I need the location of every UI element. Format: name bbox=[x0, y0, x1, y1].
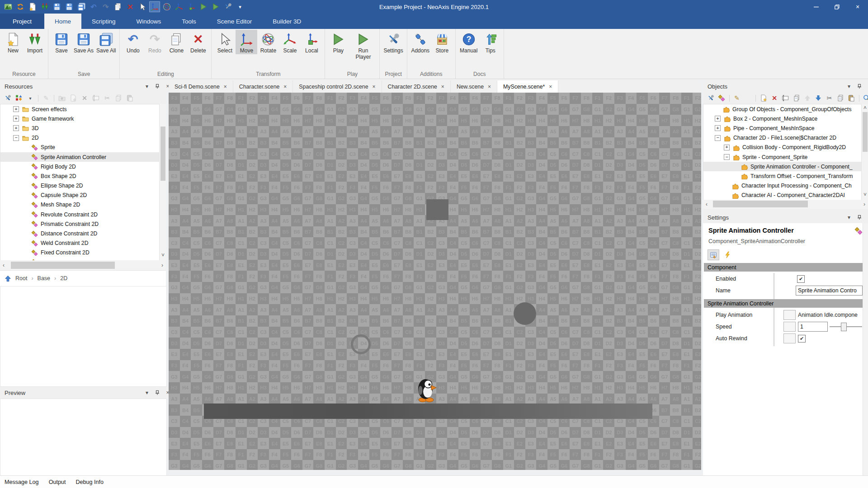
wrench-icon[interactable] bbox=[706, 94, 715, 103]
scroll-down-icon[interactable]: ˅ bbox=[160, 252, 166, 258]
scene-tab-myscene-scene-[interactable]: MyScene.scene*× bbox=[497, 80, 558, 93]
tree-row[interactable]: Revolute Constraint 2D bbox=[0, 210, 160, 219]
rotate-icon[interactable] bbox=[161, 1, 172, 12]
tab-close-icon[interactable]: × bbox=[224, 84, 227, 90]
menu-tab-home[interactable]: Home bbox=[44, 14, 81, 29]
tree-row[interactable]: Character Input Processing - Component_C… bbox=[703, 181, 862, 191]
neoaxis-logo[interactable] bbox=[3, 1, 14, 12]
resources-vscrollbar[interactable]: ˅ bbox=[159, 104, 166, 260]
settings-dropdown-icon[interactable]: ▾ bbox=[846, 215, 852, 220]
scale-icon[interactable] bbox=[174, 1, 184, 12]
tree-row[interactable]: Ellipse Shape 2D bbox=[0, 181, 160, 191]
scene-tab-character-scene[interactable]: Character.scene× bbox=[233, 80, 293, 93]
collapse-icon[interactable]: − bbox=[724, 154, 730, 160]
select-icon[interactable] bbox=[137, 1, 148, 12]
bottom-tab-message-log[interactable]: Message Log bbox=[5, 479, 39, 485]
tree-row[interactable]: Rigid Body 2D bbox=[0, 162, 160, 171]
scene-viewport[interactable] bbox=[169, 93, 701, 470]
shapes-icon[interactable] bbox=[14, 94, 24, 103]
copy-icon[interactable] bbox=[836, 94, 844, 103]
resources-hscrollbar[interactable]: ‹ › bbox=[0, 260, 166, 270]
settings-button[interactable]: Settings bbox=[382, 30, 404, 54]
local-icon[interactable] bbox=[186, 1, 197, 12]
menu-tab-scene-editor[interactable]: Scene Editor bbox=[207, 14, 262, 29]
breadcrumb-item-2d[interactable]: 2D bbox=[60, 275, 67, 282]
speed-slider-thumb[interactable] bbox=[841, 323, 847, 331]
enabled-checkbox[interactable]: ✔ bbox=[797, 275, 805, 283]
scroll-down-icon[interactable]: ˅ bbox=[862, 192, 868, 198]
tree-row[interactable]: Box Shape 2D bbox=[0, 171, 160, 181]
save-button[interactable]: Save bbox=[51, 30, 72, 54]
duplicate-icon[interactable] bbox=[792, 94, 801, 103]
auto-rewind-default-button[interactable] bbox=[783, 333, 796, 343]
minimize-button[interactable] bbox=[806, 0, 826, 14]
edit-icon[interactable]: ✎ bbox=[733, 94, 741, 103]
save-as-button[interactable]: Save As bbox=[72, 30, 95, 54]
scene-tab-spaceship-control-2d-scene[interactable]: Spaceship control 2D.scene× bbox=[293, 80, 382, 93]
objects-vscroll-thumb[interactable] bbox=[863, 112, 868, 152]
play-animation-default-button[interactable] bbox=[783, 310, 796, 320]
tree-row[interactable]: Weld Constraint 2D bbox=[0, 239, 160, 248]
tree-row[interactable]: Sprite bbox=[0, 143, 160, 152]
tab-close-icon[interactable]: × bbox=[441, 84, 444, 90]
manual-button[interactable]: ?Manual bbox=[458, 30, 480, 54]
refresh-icon[interactable] bbox=[15, 1, 26, 12]
menu-tab-builder-3d[interactable]: Builder 3D bbox=[262, 14, 311, 29]
tab-close-icon[interactable]: × bbox=[372, 84, 375, 90]
events-tab-button[interactable] bbox=[722, 249, 733, 260]
tree-row[interactable]: Distance Constraint 2D bbox=[0, 229, 160, 238]
scroll-up-icon[interactable]: ˄ bbox=[862, 105, 868, 111]
scene-box-object[interactable] bbox=[426, 199, 448, 220]
new-button[interactable]: New bbox=[2, 30, 24, 54]
settings-vscrollbar[interactable] bbox=[863, 223, 868, 475]
tree-row[interactable]: +Pipe - Component_MeshInSpace bbox=[703, 123, 862, 133]
penguin-sprite[interactable] bbox=[416, 376, 437, 403]
redo-button[interactable]: ↷Redo bbox=[144, 30, 165, 54]
delete-icon[interactable]: ✕ bbox=[770, 94, 778, 103]
scene-ring-object[interactable] bbox=[351, 334, 371, 354]
expand-icon[interactable]: + bbox=[724, 145, 730, 150]
objects-dropdown-icon[interactable]: ▾ bbox=[846, 84, 852, 89]
play-button[interactable]: Play bbox=[327, 30, 349, 54]
tree-row[interactable]: +Game framework bbox=[0, 114, 160, 123]
expand-icon[interactable]: + bbox=[715, 125, 721, 131]
paste-icon[interactable] bbox=[847, 94, 856, 103]
save-as-icon[interactable] bbox=[64, 1, 75, 12]
tab-close-icon[interactable]: × bbox=[488, 84, 491, 90]
cut-icon[interactable]: ✂ bbox=[825, 94, 834, 103]
tips-button[interactable]: Tips bbox=[480, 30, 501, 54]
tree-row[interactable]: −2D bbox=[0, 133, 160, 143]
tree-row[interactable]: Prismatic Constraint 2D bbox=[0, 219, 160, 229]
restore-button[interactable] bbox=[826, 0, 847, 14]
scene-tab-sci-fi-demo-scene[interactable]: Sci-fi Demo.scene× bbox=[169, 80, 233, 93]
tab-close-icon[interactable]: × bbox=[549, 84, 552, 90]
tree-row[interactable]: −Character 2D - File1.scene|$Character 2… bbox=[703, 133, 862, 143]
tree-row[interactable]: Mesh Shape 2D bbox=[0, 200, 160, 210]
tab-close-icon[interactable]: × bbox=[283, 84, 287, 90]
resources-vscroll-thumb[interactable] bbox=[160, 127, 165, 181]
select-button[interactable]: Select bbox=[214, 30, 236, 54]
menu-tab-scripting[interactable]: Scripting bbox=[81, 14, 126, 29]
bottom-tab-output[interactable]: Output bbox=[49, 479, 66, 485]
run-player-icon[interactable] bbox=[210, 1, 221, 12]
delete-button[interactable]: ✕Delete bbox=[187, 30, 209, 54]
play-animation-value[interactable]: Animation Idle.compone bbox=[798, 312, 861, 318]
objects-pin-icon[interactable] bbox=[857, 84, 862, 89]
tree-row[interactable]: +Box 2 - Component_MeshInSpace bbox=[703, 114, 862, 123]
tree-row[interactable]: −Sprite - Component_Sprite bbox=[703, 152, 862, 162]
undo-icon[interactable]: ↶ bbox=[88, 1, 99, 12]
move-icon[interactable] bbox=[149, 1, 160, 12]
component-icon[interactable] bbox=[717, 94, 726, 103]
collapse-icon[interactable]: − bbox=[13, 135, 19, 141]
caret-icon[interactable]: ▾ bbox=[26, 94, 35, 103]
tree-row[interactable]: Capsule Shape 2D bbox=[0, 191, 160, 200]
resources-dropdown-icon[interactable]: ▾ bbox=[144, 84, 150, 89]
clone-button[interactable]: Clone bbox=[165, 30, 187, 54]
dropdown-caret-icon[interactable]: ▾ bbox=[235, 1, 245, 12]
properties-tab-button[interactable] bbox=[708, 249, 719, 260]
rename-icon[interactable] bbox=[781, 94, 790, 103]
settings-pin-icon[interactable] bbox=[857, 215, 862, 220]
menu-tab-windows[interactable]: Windows bbox=[126, 14, 172, 29]
rotate-button[interactable]: Rotate bbox=[257, 30, 279, 54]
new-file-icon[interactable] bbox=[27, 1, 38, 12]
